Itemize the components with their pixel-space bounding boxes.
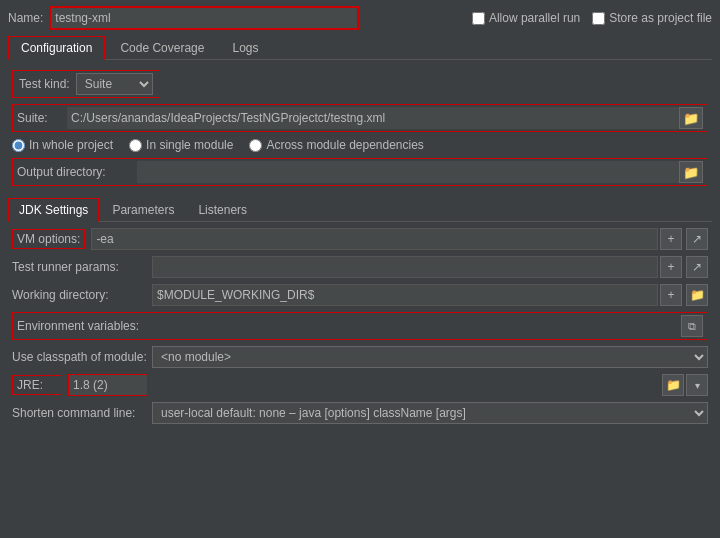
classpath-row: Use classpath of module: <no module> [12, 346, 708, 368]
name-input[interactable] [49, 6, 359, 30]
shorten-row: Shorten command line: user-local default… [12, 402, 708, 424]
output-dir-label: Output directory: [17, 165, 137, 179]
test-runner-expand-button[interactable]: ↗ [686, 256, 708, 278]
working-dir-buttons: + 📁 [658, 284, 708, 306]
classpath-select[interactable]: <no module> [152, 346, 708, 368]
store-project-checkbox[interactable] [592, 12, 605, 25]
env-vars-label: Environment variables: [17, 319, 157, 333]
tab-code-coverage[interactable]: Code Coverage [107, 36, 217, 59]
sub-tab-jdk[interactable]: JDK Settings [8, 198, 99, 222]
jre-input[interactable] [68, 374, 148, 396]
test-kind-row: Test kind: Suite Class Method Group Pack… [12, 70, 708, 98]
vm-options-add-button[interactable]: + [660, 228, 682, 250]
working-dir-label: Working directory: [12, 288, 152, 302]
suite-input[interactable] [67, 107, 679, 129]
configuration-section: Test kind: Suite Class Method Group Pack… [8, 60, 712, 198]
test-kind-select[interactable]: Suite Class Method Group Package [76, 73, 153, 95]
output-dir-row: Output directory: 📁 [12, 158, 708, 186]
store-project-label: Store as project file [609, 11, 712, 25]
working-dir-folder-button[interactable]: 📁 [686, 284, 708, 306]
jre-label: JRE: [12, 375, 62, 395]
test-runner-add-button[interactable]: + [660, 256, 682, 278]
radio-across-deps-input[interactable] [249, 139, 262, 152]
jre-dropdown-button[interactable]: ▾ [686, 374, 708, 396]
radio-whole-project-label: In whole project [29, 138, 113, 152]
vm-options-label: VM options: [12, 229, 85, 249]
output-dir-input[interactable] [137, 161, 679, 183]
suite-label: Suite: [17, 111, 67, 125]
radio-whole-project: In whole project [12, 138, 113, 152]
suite-folder-button[interactable]: 📁 [679, 107, 703, 129]
vm-options-row: VM options: + ↗ [12, 228, 708, 250]
test-runner-buttons: + ↗ [658, 256, 708, 278]
working-dir-input[interactable] [152, 284, 658, 306]
env-vars-input[interactable] [157, 315, 681, 337]
vm-options-input[interactable] [91, 228, 658, 250]
main-tabs-row: Configuration Code Coverage Logs [8, 36, 712, 60]
test-kind-box: Test kind: Suite Class Method Group Pack… [12, 70, 160, 98]
radio-single-module-input[interactable] [129, 139, 142, 152]
sub-tab-parameters[interactable]: Parameters [101, 198, 185, 221]
shorten-label: Shorten command line: [12, 406, 152, 420]
allow-parallel-label: Allow parallel run [489, 11, 580, 25]
suite-row: Suite: 📁 [12, 104, 708, 132]
store-project-group: Store as project file [592, 11, 712, 25]
vm-options-expand-button[interactable]: ↗ [686, 228, 708, 250]
header-row: Name: Allow parallel run Store as projec… [8, 6, 712, 30]
radio-single-module-label: In single module [146, 138, 233, 152]
jre-folder-button[interactable]: 📁 [662, 374, 684, 396]
tab-configuration[interactable]: Configuration [8, 36, 105, 60]
radio-across-deps: Across module dependencies [249, 138, 423, 152]
test-runner-row: Test runner params: + ↗ [12, 256, 708, 278]
test-kind-label: Test kind: [19, 77, 70, 91]
radio-across-deps-label: Across module dependencies [266, 138, 423, 152]
vm-options-buttons: + ↗ [658, 228, 708, 250]
tab-logs[interactable]: Logs [219, 36, 271, 59]
output-dir-folder-button[interactable]: 📁 [679, 161, 703, 183]
working-dir-row: Working directory: + 📁 [12, 284, 708, 306]
header-right: Allow parallel run Store as project file [472, 11, 712, 25]
radio-single-module: In single module [129, 138, 233, 152]
shorten-select[interactable]: user-local default: none – java [options… [152, 402, 708, 424]
classpath-label: Use classpath of module: [12, 350, 152, 364]
main-container: Name: Allow parallel run Store as projec… [0, 0, 720, 538]
test-runner-input[interactable] [152, 256, 658, 278]
sub-tab-listeners[interactable]: Listeners [187, 198, 258, 221]
jre-row: JRE: 📁 ▾ [12, 374, 708, 396]
env-vars-row: Environment variables: ⧉ [12, 312, 708, 340]
radio-whole-project-input[interactable] [12, 139, 25, 152]
jre-right-controls: 📁 ▾ [152, 374, 708, 396]
allow-parallel-checkbox[interactable] [472, 12, 485, 25]
test-runner-label: Test runner params: [12, 260, 152, 274]
working-dir-add-button[interactable]: + [660, 284, 682, 306]
sub-tabs-row: JDK Settings Parameters Listeners [8, 198, 712, 222]
jdk-settings-section: VM options: + ↗ Test runner params: + ↗ … [8, 228, 712, 424]
env-vars-copy-button[interactable]: ⧉ [681, 315, 703, 337]
radio-row: In whole project In single module Across… [12, 138, 708, 152]
allow-parallel-group: Allow parallel run [472, 11, 580, 25]
name-label: Name: [8, 11, 43, 25]
